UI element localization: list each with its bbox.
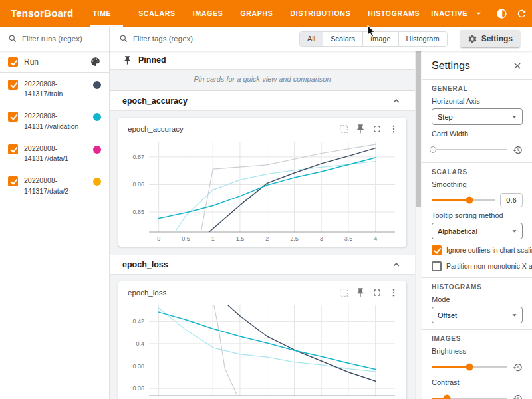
fit-domain-icon[interactable] [338, 124, 349, 134]
search-icon [8, 34, 17, 43]
tensorboard-app: TensorBoard TIME SERIES SCALARS IMAGES G… [0, 0, 532, 399]
theme-toggle-button[interactable] [492, 4, 511, 23]
chevron-down-icon [473, 8, 484, 19]
tab-scalars[interactable]: SCALARS [130, 0, 184, 27]
refresh-icon [516, 8, 527, 19]
chevron-down-icon [509, 226, 519, 236]
fullscreen-icon[interactable] [372, 287, 382, 298]
brightness-slider-row [432, 360, 523, 374]
slider-thumb[interactable] [466, 197, 473, 204]
tab-distributions[interactable]: DISTRIBUTIONS [282, 0, 360, 27]
smoothing-value-input[interactable]: 0.6 [500, 193, 523, 207]
partition-x-axis-checkbox[interactable] [432, 261, 442, 271]
main-nav: TIME SERIES SCALARS IMAGES GRAPHS DISTRI… [84, 0, 428, 27]
run-row-train: 20220808-141317/train [0, 73, 109, 105]
settings-heading-images: IMAGES [432, 335, 523, 342]
filter-runs-input[interactable] [22, 35, 105, 43]
brightness-slider[interactable] [432, 366, 507, 368]
chip-histogram[interactable]: Histogram [399, 32, 447, 46]
close-icon[interactable] [512, 61, 523, 71]
divider [422, 329, 532, 330]
card-header: epoch_accuracy [120, 120, 405, 138]
reset-icon[interactable] [513, 362, 523, 372]
tooltip-sorting-select[interactable]: Alphabetical [432, 223, 523, 239]
svg-text:1.5: 1.5 [236, 235, 245, 242]
epoch-accuracy-chart[interactable]: 00.511.522.533.540.850.860.87 [120, 138, 404, 245]
runs-select-all-checkbox[interactable] [8, 57, 18, 67]
brightness-label: Brightness [432, 347, 523, 355]
svg-text:0.38: 0.38 [132, 363, 144, 370]
tab-histograms[interactable]: HISTOGRAMS [359, 0, 428, 27]
chip-image[interactable]: Image [363, 32, 399, 46]
more-options-icon[interactable] [388, 124, 399, 134]
card-width-slider-row [432, 143, 523, 156]
fit-domain-icon[interactable] [338, 287, 349, 298]
histogram-mode-value: Offset [438, 311, 509, 319]
run-checkbox[interactable] [8, 176, 18, 186]
svg-text:0.5: 0.5 [182, 235, 190, 242]
refresh-button[interactable] [512, 4, 531, 23]
divider [422, 277, 532, 278]
chip-scalars[interactable]: Scalars [323, 32, 363, 46]
tab-images[interactable]: IMAGES [184, 0, 232, 27]
horizontal-axis-select[interactable]: Step [432, 108, 523, 125]
slider-thumb[interactable] [466, 364, 473, 371]
card-header: epoch_loss [120, 284, 405, 301]
contrast-icon [496, 8, 507, 19]
filter-tags-input[interactable] [133, 35, 295, 43]
smoothing-slider[interactable] [432, 200, 495, 201]
pinned-section-header: Pinned [110, 51, 415, 69]
svg-text:0.87: 0.87 [132, 154, 144, 160]
chip-all[interactable]: All [300, 32, 323, 46]
slider-thumb[interactable] [430, 146, 436, 153]
card-width-slider[interactable] [432, 149, 507, 150]
svg-text:0.85: 0.85 [132, 209, 144, 215]
run-checkbox[interactable] [8, 144, 18, 154]
tooltip-sorting-value: Alphabetical [438, 227, 509, 235]
more-options-icon[interactable] [388, 287, 399, 298]
epoch-loss-chart[interactable]: 00.511.522.533.540.360.380.40.42 [120, 301, 404, 399]
scalar-card-epoch-loss: epoch_loss 00.511.522.533.540.360.380.40… [118, 281, 406, 399]
settings-heading-scalars: SCALARS [432, 168, 523, 176]
divider [422, 162, 532, 163]
chevron-up-icon[interactable] [390, 95, 402, 107]
settings-button-label: Settings [481, 34, 513, 43]
svg-text:0.42: 0.42 [132, 318, 144, 325]
svg-text:0.86: 0.86 [132, 181, 144, 188]
run-checkbox[interactable] [8, 112, 18, 122]
palette-icon[interactable] [90, 56, 101, 67]
histogram-mode-select[interactable]: Offset [432, 307, 523, 323]
card-width-label: Card Width [432, 130, 523, 138]
pin-icon [122, 55, 132, 65]
svg-text:2.5: 2.5 [290, 235, 299, 242]
pin-card-icon[interactable] [355, 124, 366, 134]
partition-x-axis-label: Partition non-monotonic X axis [446, 262, 532, 270]
run-name: 20220808-141317/validation [24, 111, 87, 131]
filter-toolbar: All Scalars Image Histogram Settings [0, 27, 532, 51]
fullscreen-icon[interactable] [372, 124, 382, 134]
runs-header-label: Run [24, 57, 84, 66]
pin-card-icon[interactable] [355, 287, 366, 298]
chevron-up-icon[interactable] [390, 259, 402, 271]
reset-icon[interactable] [513, 394, 523, 399]
open-settings-button[interactable]: Settings [460, 30, 520, 47]
tab-graphs[interactable]: GRAPHS [231, 0, 281, 27]
reload-status-dropdown[interactable]: INACTIVE [428, 6, 484, 21]
tab-time-series[interactable]: TIME SERIES [84, 0, 130, 27]
svg-text:3.5: 3.5 [344, 235, 353, 242]
gear-icon [467, 34, 477, 44]
settings-panel: Settings GENERAL Horizontal Axis Step Ca… [422, 51, 532, 399]
smoothing-slider-row: 0.6 [432, 194, 523, 207]
scalar-card-epoch-accuracy: epoch_accuracy 00.511.522.533.540.850.86… [118, 118, 406, 247]
reset-icon[interactable] [513, 145, 523, 155]
pinned-title: Pinned [138, 55, 166, 65]
settings-heading-histograms: HISTOGRAMS [432, 283, 523, 291]
slider-thumb[interactable] [443, 395, 450, 399]
scrollbar-thumb[interactable] [416, 51, 421, 207]
ignore-outliers-checkbox[interactable] [432, 245, 442, 255]
run-color-dot [93, 81, 101, 89]
partition-x-axis-row: Partition non-monotonic X axis [432, 261, 523, 271]
run-checkbox[interactable] [8, 80, 18, 90]
divider [422, 79, 532, 80]
chevron-down-icon [509, 310, 519, 320]
